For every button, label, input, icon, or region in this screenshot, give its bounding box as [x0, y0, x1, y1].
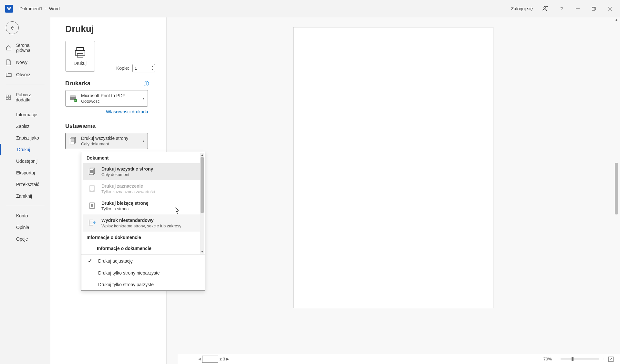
home-icon — [6, 45, 12, 51]
preview-scrollbar-thumb[interactable] — [615, 163, 618, 214]
print-button[interactable]: Drukuj — [65, 41, 95, 72]
zoom-percent[interactable]: 70% — [543, 357, 552, 361]
nav-account[interactable]: Konto — [0, 210, 50, 222]
svg-rect-7 — [9, 95, 11, 97]
nav-open[interactable]: Otwórz — [0, 68, 50, 81]
spinner-down-icon[interactable]: ▼ — [150, 68, 154, 71]
print-button-label: Drukuj — [74, 61, 87, 66]
page-next-icon[interactable]: ▶ — [226, 357, 229, 361]
zoom-out-icon[interactable]: − — [555, 357, 558, 361]
copies-label: Kopie: — [116, 66, 129, 71]
nav-save[interactable]: Zapisz — [0, 120, 50, 132]
popup-item-print-all[interactable]: Drukuj wszystkie strony Cały dokument — [83, 163, 203, 180]
svg-rect-3 — [592, 7, 595, 10]
popup-item-print-current[interactable]: Drukuj bieżącą stronę Tylko ta strona — [83, 197, 203, 214]
svg-rect-22 — [89, 169, 94, 175]
popup-check-markup[interactable]: ✓ Drukuj adjustację — [81, 255, 205, 267]
printer-name: Microsoft Print to PDF — [81, 93, 140, 98]
page-preview — [293, 27, 493, 308]
page-prev-icon[interactable]: ◀ — [198, 357, 201, 361]
popup-item-custom-print[interactable]: Wydruk niestandardowy Wpisz konkretne st… — [83, 214, 203, 232]
page-custom-icon — [88, 219, 97, 228]
pages-icon — [69, 137, 78, 146]
word-app-icon: W — [5, 5, 13, 13]
popup-scrollbar-thumb[interactable] — [201, 157, 204, 213]
svg-rect-11 — [75, 50, 85, 55]
back-button[interactable] — [6, 21, 19, 34]
help-button[interactable]: ? — [554, 2, 569, 15]
zoom-slider[interactable] — [561, 359, 599, 359]
nav-options[interactable]: Opcje — [0, 233, 50, 245]
nav-share[interactable]: Udostępnij — [0, 155, 50, 167]
print-preview-area: ▲ ▼ — [167, 17, 620, 364]
new-doc-icon — [6, 59, 12, 65]
close-button[interactable] — [603, 2, 617, 15]
nav-new[interactable]: Nowy — [0, 56, 50, 68]
svg-rect-6 — [6, 95, 8, 97]
svg-rect-9 — [9, 98, 11, 99]
folder-open-icon — [6, 72, 12, 78]
svg-rect-8 — [6, 98, 8, 99]
nav-transform[interactable]: Przekształć — [0, 179, 50, 190]
zoom-fit-icon[interactable]: ⤢ — [608, 357, 614, 362]
print-what-popup: Dokument Drukuj wszystkie strony Cały do… — [81, 152, 205, 291]
svg-rect-26 — [90, 186, 94, 192]
minimize-button[interactable] — [570, 2, 585, 15]
svg-rect-10 — [77, 47, 84, 50]
nav-print[interactable]: Drukuj — [0, 144, 50, 155]
pages-all-icon — [88, 167, 97, 176]
nav-saveas[interactable]: Zapisz jako — [0, 132, 50, 144]
chevron-down-icon: ▾ — [143, 97, 144, 100]
popup-check-even[interactable]: Drukuj tylko strony parzyste — [81, 279, 205, 290]
svg-rect-17 — [70, 138, 75, 144]
printer-info-icon[interactable]: i — [144, 81, 149, 86]
nav-home[interactable]: Strona główna — [0, 39, 50, 56]
sign-in-button[interactable]: Zaloguj się — [507, 6, 537, 11]
printer-properties-link[interactable]: Właściwości drukarki — [65, 109, 148, 114]
page-total: z 3 — [220, 357, 225, 361]
nav-export[interactable]: Eksportuj — [0, 167, 50, 179]
popup-header-document: Dokument — [81, 152, 205, 163]
chevron-down-icon: ▾ — [143, 140, 144, 143]
zoom-slider-thumb[interactable] — [572, 357, 574, 361]
printer-section-title: Drukarka — [65, 80, 90, 87]
maximize-button[interactable] — [586, 2, 601, 15]
printer-ready-icon — [69, 94, 78, 103]
spinner-up-icon[interactable]: ▲ — [150, 64, 154, 68]
nav-addins[interactable]: Pobierz dodatki — [0, 89, 50, 106]
page-number-input[interactable] — [202, 356, 218, 363]
account-manager-icon[interactable] — [538, 2, 553, 15]
check-icon: ✓ — [88, 258, 94, 264]
popup-header-docinfo: Informacje o dokumencie — [81, 232, 205, 243]
popup-check-odd[interactable]: Drukuj tylko strony nieparzyste — [81, 267, 205, 279]
popup-item-doc-info[interactable]: Informacje o dokumencie — [83, 243, 203, 254]
svg-rect-27 — [91, 190, 93, 191]
scroll-up-icon[interactable]: ▲ — [200, 153, 204, 157]
nav-close[interactable]: Zamknij — [0, 190, 50, 202]
popup-scrollbar[interactable]: ▲ ▼ — [200, 153, 204, 254]
printer-status: Gotowość — [81, 99, 140, 104]
nav-info[interactable]: Informacje — [0, 109, 50, 120]
print-title: Drukuj — [65, 24, 166, 34]
preview-statusbar: ◀ z 3 ▶ 70% − + ⤢ — [178, 354, 620, 364]
titlebar: W Dokument1 - Word Zaloguj się ? — [0, 0, 620, 17]
nav-feedback[interactable]: Opinia — [0, 222, 50, 233]
printer-dropdown[interactable]: Microsoft Print to PDF Gotowość ▾ — [65, 90, 148, 107]
print-what-line2: Cały dokument — [81, 141, 140, 146]
zoom-in-icon[interactable]: + — [603, 357, 605, 361]
page-selection-icon — [88, 184, 97, 193]
scroll-down-icon[interactable]: ▼ — [200, 250, 204, 254]
print-what-dropdown[interactable]: Drukuj wszystkie strony Cały dokument ▾ — [65, 133, 148, 149]
document-title: Dokument1 - Word — [19, 6, 60, 11]
svg-rect-28 — [90, 203, 94, 209]
printer-icon — [74, 47, 86, 58]
page-current-icon — [88, 202, 97, 211]
popup-item-print-selection: Drukuj zaznaczenie Tylko zaznaczona zawa… — [83, 180, 203, 197]
preview-scrollbar[interactable] — [615, 21, 618, 240]
copies-spinner[interactable]: ▲ ▼ — [150, 64, 154, 71]
svg-point-0 — [544, 6, 546, 8]
print-what-line1: Drukuj wszystkie strony — [81, 136, 140, 141]
settings-section-title: Ustawienia — [65, 123, 166, 130]
addins-icon — [6, 94, 11, 100]
svg-rect-14 — [70, 95, 76, 97]
